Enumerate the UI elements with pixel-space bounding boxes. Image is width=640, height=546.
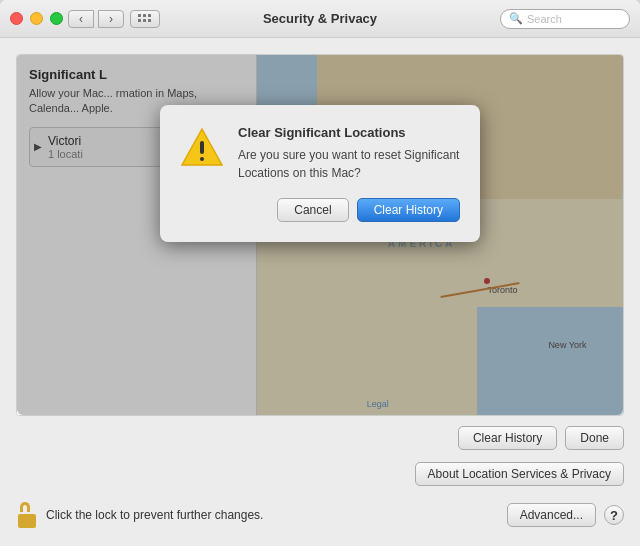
grid-icon xyxy=(138,14,152,23)
lock-body xyxy=(18,514,36,528)
search-box[interactable]: 🔍 Search xyxy=(500,9,630,29)
advanced-button[interactable]: Advanced... xyxy=(507,503,596,527)
traffic-lights xyxy=(10,12,63,25)
bottom-action-bar: Clear History Done xyxy=(16,426,624,450)
maximize-button[interactable] xyxy=(50,12,63,25)
window-title: Security & Privacy xyxy=(263,11,377,26)
modal-overlay: Clear Significant Locations Are you sure… xyxy=(17,55,623,415)
lock-label: Click the lock to prevent further change… xyxy=(46,508,263,522)
lock-bar: Click the lock to prevent further change… xyxy=(16,496,624,530)
window: ‹ › Security & Privacy 🔍 Search Signific… xyxy=(0,0,640,546)
lock-shackle xyxy=(20,502,30,512)
lock-left: Click the lock to prevent further change… xyxy=(16,502,263,528)
cancel-button[interactable]: Cancel xyxy=(277,198,348,222)
svg-rect-1 xyxy=(200,141,204,154)
about-bar: About Location Services & Privacy xyxy=(16,462,624,486)
lock-right: Advanced... ? xyxy=(507,503,624,527)
about-location-button[interactable]: About Location Services & Privacy xyxy=(415,462,624,486)
modal-dialog: Clear Significant Locations Are you sure… xyxy=(160,105,480,242)
help-button[interactable]: ? xyxy=(604,505,624,525)
modal-message: Are you sure you want to reset Significa… xyxy=(238,146,460,182)
svg-rect-2 xyxy=(200,157,204,161)
back-button[interactable]: ‹ xyxy=(68,10,94,28)
titlebar: ‹ › Security & Privacy 🔍 Search xyxy=(0,0,640,38)
search-placeholder: Search xyxy=(527,13,562,25)
clear-history-confirm-button[interactable]: Clear History xyxy=(357,198,460,222)
forward-button[interactable]: › xyxy=(98,10,124,28)
close-button[interactable] xyxy=(10,12,23,25)
modal-buttons: Cancel Clear History xyxy=(180,198,460,222)
modal-title-area: Clear Significant Locations Are you sure… xyxy=(238,125,460,182)
search-icon: 🔍 xyxy=(509,12,523,25)
nav-buttons: ‹ › xyxy=(68,10,124,28)
lock-icon[interactable] xyxy=(16,502,38,528)
warning-icon xyxy=(180,125,224,169)
modal-title: Clear Significant Locations xyxy=(238,125,460,140)
main-content: Significant L Allow your Mac... rmation … xyxy=(0,38,640,546)
minimize-button[interactable] xyxy=(30,12,43,25)
clear-history-button[interactable]: Clear History xyxy=(458,426,557,450)
modal-header: Clear Significant Locations Are you sure… xyxy=(180,125,460,182)
done-button[interactable]: Done xyxy=(565,426,624,450)
main-panel: Significant L Allow your Mac... rmation … xyxy=(16,54,624,416)
grid-button[interactable] xyxy=(130,10,160,28)
